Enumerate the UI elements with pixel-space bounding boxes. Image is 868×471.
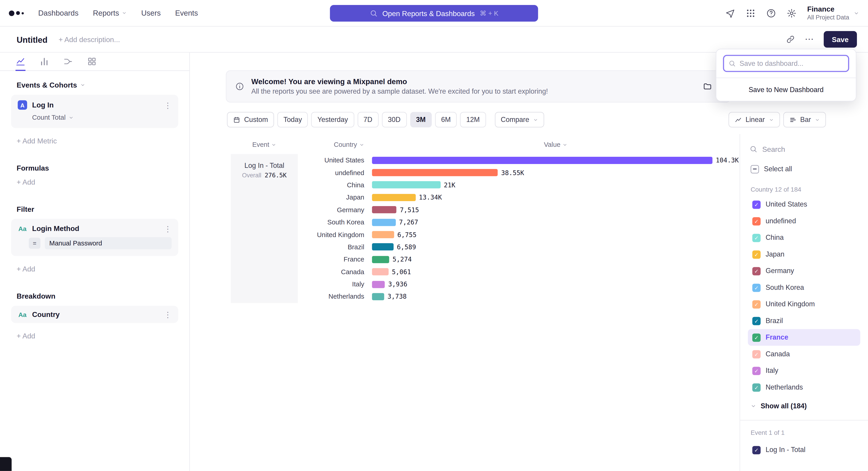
- country-filter-item-china[interactable]: ✓China: [748, 229, 860, 246]
- checkbox-united-states[interactable]: ✓: [752, 200, 761, 209]
- more-options-icon[interactable]: ⋯: [805, 35, 813, 44]
- add-filter-button[interactable]: + Add: [17, 265, 189, 273]
- data-in-icon[interactable]: [725, 8, 735, 18]
- bar-china[interactable]: [372, 181, 440, 189]
- query-builder-sidebar: Events & Cohorts A Log In ⋮ Count Total …: [0, 53, 190, 471]
- mixpanel-logo[interactable]: [9, 10, 25, 16]
- add-breakdown-button[interactable]: + Add: [17, 332, 189, 340]
- filter-card[interactable]: Aa Login Method ⋮ = Manual Password: [11, 219, 178, 256]
- flows-icon[interactable]: [63, 53, 73, 71]
- column-header-event[interactable]: Event: [231, 141, 298, 148]
- bar-canada[interactable]: [372, 268, 389, 275]
- bar-brazil[interactable]: [372, 243, 394, 251]
- range-button-30d[interactable]: 30D: [382, 112, 407, 127]
- checkbox-japan[interactable]: ✓: [752, 250, 761, 259]
- kebab-menu-icon[interactable]: ⋮: [164, 225, 172, 232]
- breakdown-card[interactable]: Aa Country ⋮: [11, 306, 178, 323]
- column-header-country[interactable]: Country: [298, 141, 364, 148]
- country-filter-item-undefined[interactable]: ✓undefined: [748, 213, 860, 229]
- bar-germany[interactable]: [372, 206, 397, 213]
- bar-south-korea[interactable]: [372, 218, 396, 226]
- retention-grid-icon[interactable]: [87, 53, 97, 71]
- metric-event-name[interactable]: Log In: [32, 101, 54, 109]
- checkbox-brazil[interactable]: ✓: [752, 317, 761, 325]
- country-filter-item-canada[interactable]: ✓Canada: [748, 346, 860, 362]
- global-search-button[interactable]: Open Reports & Dashboards ⌘ + K: [330, 5, 538, 22]
- events-cohorts-heading[interactable]: Events & Cohorts: [17, 81, 173, 89]
- scale-selector[interactable]: Linear: [728, 112, 780, 127]
- filter-property-name[interactable]: Login Method: [32, 225, 79, 233]
- legend-search-input[interactable]: Search: [748, 141, 860, 157]
- breakdown-property-name[interactable]: Country: [32, 310, 60, 319]
- copy-link-icon[interactable]: [786, 35, 795, 44]
- nav-item-events[interactable]: Events: [169, 5, 204, 21]
- checkbox-undefined[interactable]: ✓: [752, 217, 761, 225]
- bar-row-italy: Italy3,936: [298, 278, 740, 291]
- aggregation-selector[interactable]: Count Total: [32, 114, 172, 121]
- bar-united-kingdom[interactable]: [372, 231, 394, 238]
- country-filter-item-brazil[interactable]: ✓Brazil: [748, 313, 860, 329]
- filter-operator[interactable]: =: [29, 238, 40, 249]
- project-selector[interactable]: Finance All Project Data: [807, 5, 859, 21]
- add-formula-button[interactable]: + Add: [17, 178, 189, 186]
- select-all-checkbox[interactable]: [751, 165, 759, 173]
- select-all-row[interactable]: Select all: [748, 160, 860, 177]
- compare-button[interactable]: Compare: [495, 112, 544, 127]
- country-filter-item-france[interactable]: ✓France: [748, 329, 860, 346]
- country-filter-item-south-korea[interactable]: ✓South Korea: [748, 279, 860, 296]
- save-to-new-dashboard-item[interactable]: Save to New Dashboard: [716, 78, 856, 101]
- country-filter-item-italy[interactable]: ✓Italy: [748, 362, 860, 379]
- event-item-checkbox[interactable]: ✓: [752, 446, 761, 454]
- country-filter-item-netherlands[interactable]: ✓Netherlands: [748, 379, 860, 395]
- metric-card[interactable]: A Log In ⋮ Count Total: [11, 95, 178, 128]
- bar-undefined[interactable]: [372, 169, 498, 176]
- kebab-menu-icon[interactable]: ⋮: [164, 311, 172, 318]
- bar-area: 7,267: [364, 218, 739, 226]
- checkbox-south-korea[interactable]: ✓: [752, 284, 761, 292]
- bar-area: 3,936: [364, 280, 739, 288]
- column-header-value[interactable]: Value: [364, 141, 739, 148]
- country-filter-item-germany[interactable]: ✓Germany: [748, 263, 860, 279]
- report-title[interactable]: Untitled: [17, 35, 48, 44]
- bar-chart-icon[interactable]: [39, 53, 49, 71]
- help-icon[interactable]: [766, 8, 776, 18]
- range-button-7d[interactable]: 7D: [358, 112, 378, 127]
- bar-japan[interactable]: [372, 194, 416, 201]
- checkbox-canada[interactable]: ✓: [752, 350, 761, 358]
- checkbox-netherlands[interactable]: ✓: [752, 383, 761, 391]
- add-description-field[interactable]: + Add description...: [59, 35, 120, 44]
- apps-grid-icon[interactable]: [746, 8, 756, 18]
- range-button-yesterday[interactable]: Yesterday: [311, 112, 354, 127]
- range-button-today[interactable]: Today: [277, 112, 308, 127]
- checkbox-united-kingdom[interactable]: ✓: [752, 300, 761, 308]
- range-button-6m[interactable]: 6M: [435, 112, 457, 127]
- add-metric-button[interactable]: + Add Metric: [17, 137, 189, 145]
- help-chat-widget[interactable]: [0, 457, 11, 471]
- event-legend-item[interactable]: ✓ Log In - Total: [748, 442, 860, 458]
- save-button[interactable]: Save: [824, 31, 857, 48]
- checkbox-italy[interactable]: ✓: [752, 366, 761, 375]
- checkbox-china[interactable]: ✓: [752, 233, 761, 242]
- country-filter-item-united-states[interactable]: ✓United States: [748, 196, 860, 213]
- bar-netherlands[interactable]: [372, 293, 384, 300]
- settings-gear-icon[interactable]: [786, 8, 797, 18]
- checkbox-france[interactable]: ✓: [752, 333, 761, 342]
- custom-date-range-button[interactable]: Custom: [227, 112, 274, 127]
- country-filter-item-japan[interactable]: ✓Japan: [748, 246, 860, 262]
- country-filter-item-united-kingdom[interactable]: ✓United Kingdom: [748, 296, 860, 313]
- nav-item-dashboards[interactable]: Dashboards: [32, 5, 85, 21]
- insights-chart-icon[interactable]: [16, 53, 26, 71]
- show-all-button[interactable]: Show all (184): [748, 396, 860, 415]
- kebab-menu-icon[interactable]: ⋮: [164, 101, 172, 109]
- save-to-dashboard-input[interactable]: Save to dashboard...: [723, 55, 849, 72]
- range-button-12m[interactable]: 12M: [460, 112, 486, 127]
- bar-italy[interactable]: [372, 281, 385, 288]
- checkbox-germany[interactable]: ✓: [752, 267, 761, 275]
- bar-united-states[interactable]: [372, 156, 712, 164]
- nav-item-users[interactable]: Users: [135, 5, 167, 21]
- chart-type-selector[interactable]: Bar: [783, 112, 826, 127]
- filter-value-field[interactable]: Manual Password: [45, 237, 172, 249]
- range-button-3m[interactable]: 3M: [410, 112, 432, 127]
- bar-france[interactable]: [372, 256, 389, 263]
- nav-item-reports[interactable]: Reports: [87, 5, 133, 21]
